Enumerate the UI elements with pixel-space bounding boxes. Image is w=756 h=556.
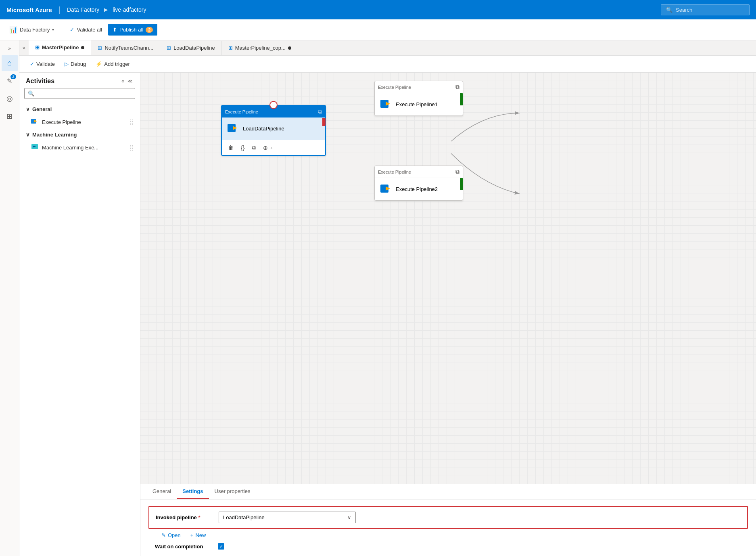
- execute-pipeline-main-node[interactable]: Execute Pipeline ⧉ LoadDataPipeline: [221, 105, 326, 156]
- tab-settings[interactable]: Settings: [177, 484, 209, 499]
- ml-execute-item[interactable]: Machine Learning Exe... ⣿: [19, 140, 140, 155]
- tab-load-label: LoadDataPipeline: [173, 45, 215, 51]
- dropdown-chevron-icon: ∨: [347, 514, 351, 520]
- bottom-tabs: General Settings User properties: [140, 484, 756, 499]
- dropdown-value: LoadDataPipeline: [223, 514, 265, 520]
- node-header-label-1: Execute Pipeline: [378, 85, 411, 90]
- tab-dot-1: [81, 46, 84, 49]
- validate-label: Validate: [36, 61, 55, 67]
- new-link[interactable]: + New: [190, 532, 206, 538]
- node-external-link-main[interactable]: ⧉: [318, 108, 322, 115]
- tabs-bar: » ⊞ MasterPipeline ⊞ NotifyTeamsChann...…: [19, 40, 756, 56]
- execute-pipeline-node-1[interactable]: Execute Pipeline ⧉ Execute Pipeline1: [374, 81, 463, 116]
- node-handle: [269, 101, 278, 109]
- sidebar-edit-btn[interactable]: ✎ 2: [2, 73, 18, 89]
- add-trigger-button[interactable]: ⚡ Add trigger: [92, 59, 134, 69]
- bottom-panel: General Settings User properties: [140, 484, 756, 556]
- invoked-pipeline-row: Invoked pipeline * LoadDataPipeline ∨: [148, 506, 748, 529]
- expand-btn[interactable]: ≪: [127, 78, 134, 85]
- open-link[interactable]: ✎ Open: [161, 532, 181, 538]
- search-input[interactable]: [676, 7, 744, 13]
- general-section-label: General: [32, 106, 52, 112]
- activities-header: Activities « ≪: [19, 73, 140, 88]
- node-label-1: Execute Pipeline1: [396, 101, 438, 107]
- ml-execute-icon: [31, 143, 39, 152]
- sidebar-expand-btn[interactable]: »: [2, 44, 18, 53]
- data-factory-icon: 📊: [9, 26, 17, 34]
- publish-all-label: Publish all: [119, 27, 143, 33]
- brand-label: Microsoft Azure: [6, 6, 52, 13]
- bottom-content: Invoked pipeline * LoadDataPipeline ∨ ✎: [140, 499, 756, 556]
- activities-panel: Activities « ≪ 🔍 Execute pipeline ∨ Gene…: [19, 73, 140, 556]
- node-external-link-1[interactable]: ⧉: [455, 84, 459, 90]
- node-delete-btn[interactable]: 🗑: [225, 143, 236, 153]
- add-trigger-label: Add trigger: [104, 61, 130, 67]
- sidebar-monitor-btn[interactable]: ◎: [2, 90, 18, 107]
- node-body-main: LoadDataPipeline: [222, 117, 325, 140]
- tab-master-pipeline[interactable]: ⊞ MasterPipeline: [29, 40, 92, 55]
- tab-load-icon: ⊞: [167, 45, 171, 51]
- tab-notify-teams[interactable]: ⊞ NotifyTeamsChann...: [91, 41, 160, 55]
- canvas-viewport[interactable]: Execute Pipeline ⧉ LoadDataPipeline: [140, 73, 756, 484]
- nav-separator: |: [58, 5, 61, 15]
- activities-search-input[interactable]: Execute pipeline: [37, 90, 132, 97]
- tab-notify-label: NotifyTeamsChann...: [104, 45, 153, 51]
- content-area: » ⊞ MasterPipeline ⊞ NotifyTeamsChann...…: [19, 40, 756, 556]
- collapse-btn[interactable]: «: [121, 78, 125, 85]
- activities-header-buttons: « ≪: [121, 78, 134, 85]
- tab-load-data[interactable]: ⊞ LoadDataPipeline: [160, 41, 222, 55]
- wait-completion-row: Wait on completion ✓: [148, 543, 748, 550]
- open-label: Open: [168, 532, 181, 538]
- node-copy-btn[interactable]: ⧉: [249, 143, 259, 153]
- debug-button[interactable]: ▷ Debug: [61, 59, 90, 69]
- sidebar-toolbox-btn[interactable]: ⊞: [2, 108, 18, 124]
- data-factory-button[interactable]: 📊 Data Factory ▾: [5, 23, 58, 36]
- node-body-1: Execute Pipeline1: [375, 93, 463, 115]
- search-box[interactable]: 🔍: [661, 4, 750, 15]
- new-label: New: [195, 532, 206, 538]
- invoked-pipeline-dropdown[interactable]: LoadDataPipeline ∨: [219, 512, 356, 523]
- node-external-link-2[interactable]: ⧉: [455, 168, 459, 175]
- node-connect-btn[interactable]: ⊕→: [260, 143, 276, 153]
- activities-search-box[interactable]: 🔍 Execute pipeline: [24, 88, 135, 99]
- factory-name[interactable]: Data Factory: [67, 6, 99, 13]
- chevron-down-icon: ▾: [52, 27, 54, 32]
- tab-master-pipeline-label: MasterPipeline: [42, 44, 79, 50]
- top-nav: Microsoft Azure | Data Factory ▶ live-ad…: [0, 0, 756, 19]
- node-label-main: LoadDataPipeline: [243, 126, 284, 132]
- ml-drag-handle-icon: ⣿: [129, 144, 134, 151]
- execute-pipeline-label: Execute Pipeline: [42, 119, 81, 125]
- validate-button[interactable]: ✓ Validate: [26, 59, 59, 69]
- sidebar-home-btn[interactable]: ⌂: [2, 55, 18, 71]
- ml-chevron-icon: ∨: [26, 132, 30, 138]
- general-section-header[interactable]: ∨ General: [19, 104, 140, 115]
- main-layout: » ⌂ ✎ 2 ◎ ⊞ » ⊞ MasterPipeline ⊞ NotifyT…: [0, 40, 756, 556]
- node-label-2: Execute Pipeline2: [396, 186, 438, 192]
- publish-icon: ⬆: [113, 27, 117, 33]
- node-header-1: Execute Pipeline ⧉: [375, 81, 463, 93]
- node-code-btn[interactable]: {}: [238, 143, 247, 153]
- invoked-pipeline-label-text: Invoked pipeline: [156, 514, 197, 520]
- execute-pipeline-node-2[interactable]: Execute Pipeline ⧉ Execute Pipeline2: [374, 166, 463, 201]
- tab-master-pipeline-copy[interactable]: ⊞ MasterPipeline_cop...: [222, 41, 298, 55]
- publish-all-button[interactable]: ⬆ Publish all 2: [108, 24, 157, 36]
- invoked-pipeline-label: Invoked pipeline *: [156, 514, 212, 520]
- wait-completion-label: Wait on completion: [155, 543, 211, 550]
- node-status-red: [322, 118, 326, 126]
- editor-layout: Activities « ≪ 🔍 Execute pipeline ∨ Gene…: [19, 73, 756, 556]
- data-factory-label: Data Factory: [20, 27, 50, 33]
- tabs-expand-btn[interactable]: »: [19, 45, 29, 51]
- sidebar-icons: » ⌂ ✎ 2 ◎ ⊞: [0, 40, 19, 556]
- pipeline-toolbar: ✓ Validate ▷ Debug ⚡ Add trigger: [19, 56, 756, 73]
- tab-general[interactable]: General: [147, 484, 177, 499]
- tab-user-properties[interactable]: User properties: [209, 484, 256, 499]
- validate-icon: ✓: [70, 27, 74, 33]
- activities-search-icon: 🔍: [28, 90, 34, 97]
- execute-pipeline-item[interactable]: Execute Pipeline ⣿: [19, 115, 140, 129]
- ml-section-header[interactable]: ∨ Machine Learning: [19, 129, 140, 140]
- validate-all-button[interactable]: ✓ Validate all: [65, 24, 107, 36]
- tab-user-properties-label: User properties: [215, 488, 251, 494]
- wait-completion-checkbox[interactable]: ✓: [218, 543, 224, 550]
- drag-handle-icon: ⣿: [129, 119, 134, 125]
- search-icon: 🔍: [666, 7, 672, 13]
